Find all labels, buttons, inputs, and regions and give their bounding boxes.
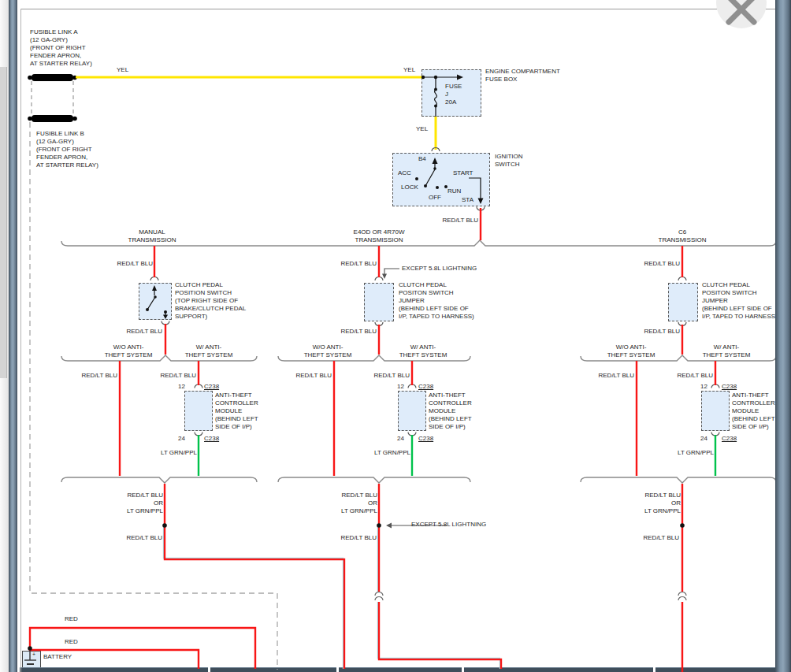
wire-label-or-stack: RED/LT BLU OR LT GRN/PPL [341, 492, 377, 515]
branch-title-e4od: E4OD OR 4R70W TRANSMISSION [354, 228, 405, 244]
right-scrollbar[interactable] [775, 0, 791, 672]
fuse-value: FUSE J 20A [445, 83, 462, 106]
label-wo-antitheft: W/O ANTI- THEFT SYSTEM [105, 343, 153, 359]
wire-label-lt-grn-ppl: LT GRN/PPL [161, 449, 197, 457]
device-label-jumper-e4od: CLUTCH PEDAL POSITON SWITCH JUMPER (BEHI… [399, 281, 474, 321]
close-button[interactable] [716, 0, 767, 28]
wire-label-red-lt-blu: RED/LT BLU [127, 534, 163, 542]
wire-label-yel: YEL [416, 125, 428, 133]
wire-label-red-lt-blu: RED/LT BLU [443, 217, 479, 225]
device-label-jumper-c6: CLUTCH PEDAL POSITON SWITCH JUMPER (BEHI… [702, 281, 778, 321]
left-scrollbar[interactable] [9, 0, 17, 672]
diagram-top-border [20, 9, 791, 9]
position-off: OFF [429, 194, 441, 202]
pin-12: 12 [178, 383, 185, 391]
wire-label-red-lt-blu: RED/LT BLU [678, 372, 714, 380]
wire-label-yel: YEL [117, 66, 128, 74]
antitheft-module-label: ANTI-THEFT CONTROLLER MODULE (BEHIND LEF… [732, 392, 775, 431]
wire-label-red: RED [65, 638, 78, 646]
branch-title-c6: C6 TRANSMISSION [659, 228, 707, 244]
connector-c238: C238 [204, 435, 219, 443]
diagram-linework [0, 0, 791, 672]
position-run: RUN [447, 187, 461, 195]
wire-label-lt-grn-ppl: LT GRN/PPL [374, 449, 410, 457]
position-lock: LOCK [401, 184, 418, 191]
fusible-link-a-label: FUSIBLE LINK A (12 GA-GRY) (FRONT OF RIG… [30, 28, 92, 68]
window-left-panel [0, 67, 7, 378]
wire-label-red-lt-blu: RED/LT BLU [341, 534, 377, 542]
label-wo-antitheft: W/O ANTI- THEFT SYSTEM [304, 343, 352, 359]
connector-c238: C238 [722, 383, 737, 391]
connector-c238: C238 [418, 383, 433, 391]
label-w-antitheft: W/ ANTI- THEFT SYSTEM [399, 343, 447, 359]
wire-break-symbols [375, 592, 686, 601]
position-acc: ACC [398, 169, 411, 177]
wire-label-red-lt-blu: RED/LT BLU [374, 372, 410, 380]
position-start: START [453, 169, 473, 177]
label-wo-antitheft: W/O ANTI- THEFT SYSTEM [607, 343, 655, 359]
ignition-switch-title: IGNITION SWITCH [495, 153, 523, 169]
fusible-link-b-label: FUSIBLE LINK B (12 GA-GRY) (FRONT OF RIG… [36, 130, 98, 169]
antitheft-module-label: ANTI-THEFT CONTROLLER MODULE (BEHIND LEF… [215, 392, 258, 431]
wire-label-red-lt-blu: RED/LT BLU [599, 372, 635, 380]
pin-24: 24 [397, 435, 404, 443]
close-icon [716, 0, 767, 28]
battery-label: BATTERY [43, 653, 72, 661]
wire-label-red-lt-blu: RED/LT BLU [644, 260, 681, 268]
yellow-feed-wires [76, 77, 436, 150]
connector-c238: C238 [722, 435, 737, 443]
pin-24: 24 [700, 435, 707, 443]
cpp-switch-internals [146, 285, 168, 319]
connector-c238: C238 [204, 383, 219, 391]
wire-label-red-lt-blu: RED/LT BLU [341, 328, 377, 336]
wire-label-yel: YEL [403, 66, 415, 74]
wiring-diagram-viewer: FUSIBLE LINK A (12 GA-GRY) (FRONT OF RIG… [0, 0, 791, 672]
wire-label-red-lt-blu: RED/LT BLU [161, 372, 197, 380]
wire-label-lt-grn-ppl: LT GRN/PPL [678, 449, 714, 457]
branch-title-manual: MANUAL TRANSMISSION [128, 228, 176, 244]
green-wires [199, 435, 715, 476]
note-except-lightning: EXCEPT 5.8L LIGHTNING [402, 265, 477, 273]
wire-label-red-lt-blu: RED/LT BLU [644, 534, 680, 542]
terminal-b4: B4 [418, 155, 426, 163]
label-w-antitheft: W/ ANTI- THEFT SYSTEM [703, 343, 751, 359]
wire-label-red-lt-blu: RED/LT BLU [341, 260, 377, 268]
connector-c238: C238 [418, 435, 433, 443]
diagram-left-border [20, 9, 21, 672]
note-except-lightning: EXCEPT 5.8L LIGHTNING [411, 521, 486, 529]
antitheft-module-label: ANTI-THEFT CONTROLLER MODULE (BEHIND LEF… [429, 392, 472, 431]
position-sta: STA [462, 196, 473, 204]
device-label-cpp-switch: CLUTCH PEDAL POSITION SWITCH (TOP RIGHT … [175, 281, 246, 321]
wire-label-or-stack: RED/LT BLU OR LT GRN/PPL [127, 492, 163, 515]
wire-label-red-lt-blu: RED/LT BLU [644, 328, 681, 336]
pin-12: 12 [700, 383, 707, 391]
wire-label-red-lt-blu: RED/LT BLU [82, 372, 118, 380]
battery-plus-sign: + [32, 651, 35, 659]
fusible-links [28, 74, 77, 122]
wire-label-or-stack: RED/LT BLU OR LT GRN/PPL [644, 492, 681, 515]
pin-24: 24 [178, 435, 185, 443]
pin-12: 12 [397, 383, 404, 391]
junction-dots [28, 523, 685, 651]
wire-label-red-lt-blu: RED/LT BLU [127, 328, 163, 336]
red-wires [30, 208, 715, 672]
fuse-box-title: ENGINE COMPARTMENT FUSE BOX [485, 68, 560, 84]
cyan-highlight-traces [164, 527, 500, 669]
wire-label-red-lt-blu: RED/LT BLU [117, 260, 154, 268]
label-w-antitheft: W/ ANTI- THEFT SYSTEM [185, 343, 233, 359]
wire-label-red: RED [65, 615, 78, 623]
bus-braces [61, 240, 776, 483]
wire-label-red-lt-blu: RED/LT BLU [296, 372, 332, 380]
